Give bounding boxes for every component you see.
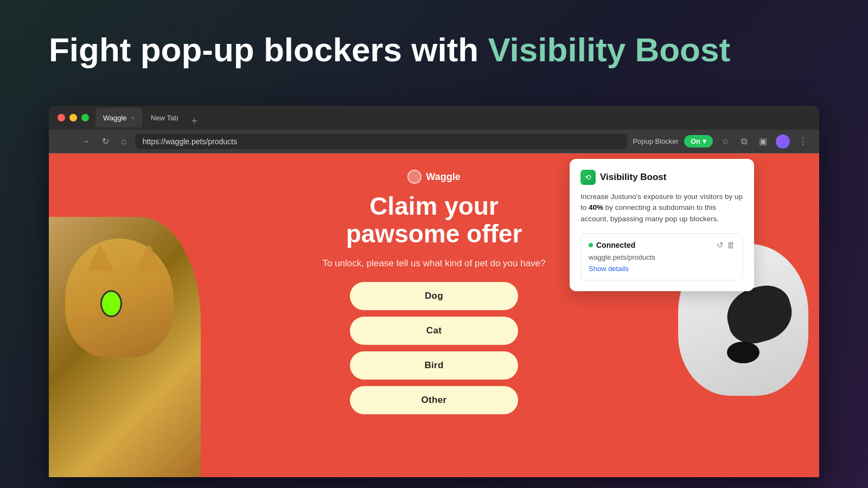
tab-waggle-label: Waggle: [103, 114, 127, 122]
home-button[interactable]: ⌂: [118, 134, 130, 149]
connected-header: Connected ↺ 🗑: [589, 240, 735, 250]
cat-ear-right: [136, 244, 163, 271]
menu-button[interactable]: ⋮: [795, 134, 810, 149]
connected-actions: ↺ 🗑: [717, 240, 735, 250]
popup-title: Visibility Boost: [600, 172, 667, 183]
cat-eye: [100, 290, 122, 317]
extensions-button[interactable]: ⧉: [738, 134, 750, 149]
domain-text: waggle.pets/products: [589, 253, 735, 261]
popup-logo-icon: ⟲: [580, 170, 596, 185]
maximize-button[interactable]: [81, 114, 89, 121]
cat-face: [65, 239, 174, 358]
browser-chrome: Waggle × New Tab +: [49, 106, 819, 130]
tab-waggle[interactable]: Waggle ×: [95, 108, 142, 127]
webpage-content: Waggle Claim your pawsome offer To unloc…: [49, 153, 819, 477]
connected-indicator: [589, 243, 593, 247]
headline-line2: pawsome offer: [346, 220, 522, 248]
headline-line1: Claim your: [346, 192, 522, 220]
hero-title-highlight: Visibility Boost: [488, 31, 730, 68]
address-bar[interactable]: [135, 134, 628, 149]
cat-ear-left: [87, 244, 114, 271]
options-container: Dog Cat Bird Other: [350, 282, 518, 414]
visibility-boost-popup: ⟲ Visibility Boost Increase Justuno's ex…: [570, 159, 754, 291]
logo-symbol: ⟲: [585, 173, 591, 182]
sidebar-button[interactable]: ▣: [756, 134, 770, 149]
close-button[interactable]: [58, 114, 65, 121]
tab-new-tab-label: New Tab: [151, 114, 178, 122]
popup-desc-percent: 40%: [589, 203, 603, 211]
refresh-connection-button[interactable]: ↺: [717, 240, 724, 250]
toggle-arrow-icon: ▾: [703, 137, 706, 145]
star-button[interactable]: ☆: [718, 134, 732, 149]
brand-icon: [407, 170, 422, 184]
browser-window: Waggle × New Tab + ← → ↻ ⌂ Popup Blocker…: [49, 106, 819, 477]
popup-blocker-toggle[interactable]: On ▾: [684, 135, 713, 147]
browser-toolbar: ← → ↻ ⌂ Popup Blocker On ▾ ☆ ⧉ ▣ ⋮: [49, 130, 819, 153]
tab-waggle-close[interactable]: ×: [131, 114, 135, 121]
delete-connection-button[interactable]: 🗑: [727, 240, 735, 250]
hero-title-text: Fight pop-up blockers with: [49, 31, 488, 68]
new-tab-button[interactable]: +: [187, 115, 202, 127]
subtitle-text: To unlock, please tell us what kind of p…: [322, 258, 545, 269]
traffic-lights: [58, 114, 89, 121]
option-cat-button[interactable]: Cat: [350, 317, 518, 345]
connected-label: Connected: [596, 241, 635, 249]
connected-section: Connected ↺ 🗑 waggle.pets/products Show …: [580, 233, 743, 280]
option-dog-button[interactable]: Dog: [350, 282, 518, 310]
tabs-bar: Waggle × New Tab +: [95, 108, 810, 127]
option-other-button[interactable]: Other: [350, 386, 518, 414]
avatar[interactable]: [776, 134, 790, 149]
toolbar-right: Popup Blocker On ▾ ☆ ⧉ ▣ ⋮: [633, 134, 810, 149]
dog-nose: [727, 342, 760, 363]
popup-blocker-label: Popup Blocker: [633, 137, 679, 145]
popup-header: ⟲ Visibility Boost: [580, 170, 743, 185]
forward-button[interactable]: →: [78, 134, 93, 149]
toggle-on-label: On: [691, 137, 700, 145]
connected-left: Connected: [589, 241, 635, 249]
tab-new-tab[interactable]: New Tab: [143, 108, 186, 127]
hero-title: Fight pop-up blockers with Visibility Bo…: [49, 30, 819, 70]
show-details-link[interactable]: Show details: [589, 265, 629, 273]
back-button[interactable]: ←: [58, 134, 73, 149]
brand-name: Waggle: [426, 171, 460, 183]
refresh-button[interactable]: ↻: [99, 134, 112, 149]
popup-description: Increase Justuno's exposure to your visi…: [580, 191, 743, 224]
minimize-button[interactable]: [69, 114, 77, 121]
brand-header: Waggle: [407, 170, 460, 184]
cat-illustration: [49, 217, 201, 477]
main-headline: Claim your pawsome offer: [346, 192, 522, 247]
option-bird-button[interactable]: Bird: [350, 351, 518, 380]
